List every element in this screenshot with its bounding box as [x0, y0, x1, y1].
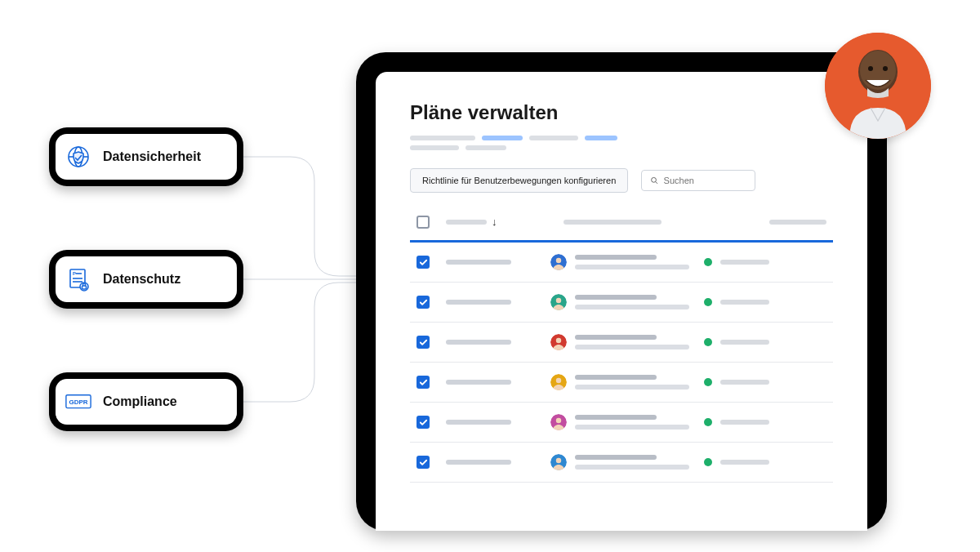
row-avatar	[550, 374, 567, 390]
svg-point-24	[556, 458, 561, 463]
table-row[interactable]	[410, 323, 833, 363]
pill-compliance: GDPR Compliance	[49, 372, 243, 431]
table-row[interactable]	[410, 403, 833, 443]
row-status-skeleton	[720, 420, 769, 425]
row-owner-skeleton	[575, 415, 689, 430]
pill-data-security: Datensicherheit	[49, 127, 243, 186]
row-name-skeleton	[446, 460, 511, 465]
hero-avatar	[825, 33, 931, 139]
gdpr-badge-icon: GDPR	[65, 389, 91, 415]
select-all-checkbox[interactable]	[416, 216, 430, 229]
row-owner-skeleton	[575, 455, 689, 470]
row-avatar	[550, 334, 567, 350]
svg-point-11	[652, 177, 657, 182]
row-checkbox[interactable]	[416, 416, 430, 429]
pill-data-privacy: P Datenschutz	[49, 250, 243, 309]
row-name-skeleton	[446, 420, 511, 425]
status-dot-green	[704, 338, 712, 346]
globe-shield-icon	[65, 144, 91, 170]
table-body	[410, 243, 833, 483]
document-lock-icon: P	[65, 266, 91, 292]
row-name-skeleton	[446, 260, 511, 265]
row-avatar	[550, 414, 567, 430]
status-dot-green	[704, 298, 712, 306]
svg-text:P: P	[73, 271, 76, 276]
row-owner-skeleton	[575, 335, 689, 349]
page-title: Pläne verwalten	[410, 101, 833, 124]
row-name-skeleton	[446, 380, 511, 385]
svg-line-12	[656, 182, 657, 184]
table-row[interactable]	[410, 443, 833, 483]
row-avatar	[550, 254, 567, 270]
row-checkbox[interactable]	[416, 456, 430, 469]
row-checkbox[interactable]	[416, 376, 430, 389]
table-row[interactable]	[410, 283, 833, 323]
status-dot-green	[704, 378, 712, 386]
column-header-status[interactable]	[704, 220, 826, 225]
table-row[interactable]	[410, 363, 833, 403]
status-dot-green	[704, 458, 712, 466]
search-input[interactable]	[664, 176, 747, 185]
tabs-skeleton-row1	[410, 136, 833, 140]
row-status-skeleton	[720, 260, 769, 265]
svg-point-16	[556, 298, 561, 303]
svg-point-29	[883, 66, 888, 71]
svg-point-22	[556, 418, 561, 423]
svg-point-18	[556, 338, 561, 343]
device-frame: Pläne verwalten Richtlinie für Benutzerb…	[356, 52, 887, 531]
row-checkbox[interactable]	[416, 296, 430, 309]
app-screen: Pläne verwalten Richtlinie für Benutzerb…	[376, 72, 867, 531]
row-owner-skeleton	[575, 375, 689, 390]
row-name-skeleton	[446, 340, 511, 345]
pill-label: Compliance	[103, 394, 177, 409]
row-owner-skeleton	[575, 295, 689, 309]
tabs-skeleton-row2	[410, 145, 833, 150]
row-name-skeleton	[446, 300, 511, 305]
row-status-skeleton	[720, 340, 769, 345]
row-avatar	[550, 294, 567, 310]
row-checkbox[interactable]	[416, 256, 430, 269]
column-header-owner[interactable]	[550, 220, 689, 225]
svg-point-28	[868, 66, 873, 71]
row-status-skeleton	[720, 300, 769, 305]
status-dot-green	[704, 258, 712, 266]
table-row[interactable]	[410, 243, 833, 283]
search-box[interactable]	[641, 170, 755, 191]
table-header: ↓	[410, 207, 833, 243]
status-dot-green	[704, 418, 712, 426]
search-icon	[650, 176, 658, 185]
pill-label: Datenschutz	[103, 272, 180, 287]
configure-policy-button[interactable]: Richtlinie für Benutzerbewegungen konfig…	[410, 168, 628, 193]
pill-label: Datensicherheit	[103, 149, 201, 164]
row-owner-skeleton	[575, 255, 689, 269]
svg-point-14	[556, 258, 561, 263]
column-header-name[interactable]: ↓	[446, 220, 536, 225]
row-avatar	[550, 454, 567, 470]
svg-point-20	[556, 378, 561, 383]
svg-text:GDPR: GDPR	[69, 399, 87, 407]
row-status-skeleton	[720, 460, 769, 465]
row-status-skeleton	[720, 380, 769, 385]
row-checkbox[interactable]	[416, 336, 430, 349]
